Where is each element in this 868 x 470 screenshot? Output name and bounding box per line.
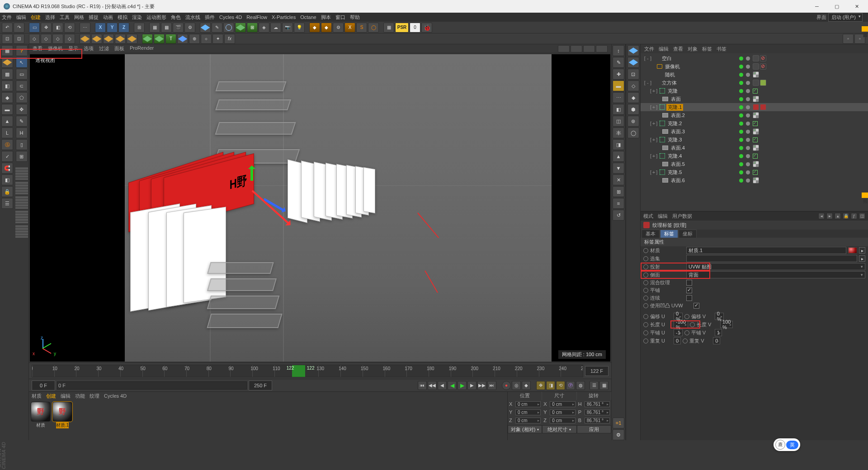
attrbar-模式[interactable]: 模式	[643, 213, 653, 220]
lp-texture[interactable]: ▩	[1, 69, 13, 80]
scale-tool[interactable]: ◧	[52, 23, 63, 33]
side-tab-a[interactable]: 内容浏览器	[862, 26, 868, 32]
material-ball-1[interactable]: 野	[31, 402, 51, 422]
psr-button[interactable]: PSR	[395, 23, 409, 33]
ad-tv[interactable]	[684, 330, 689, 335]
menu-RealFlow[interactable]: RealFlow	[246, 14, 267, 20]
vp-tab-ProRender[interactable]: ProRender	[130, 45, 154, 52]
av-lv[interactable]: 100 %	[720, 321, 733, 328]
deformer[interactable]: ◈	[259, 23, 269, 33]
goto-end[interactable]: ⏭	[487, 381, 496, 390]
attr-dot-cont[interactable]	[643, 296, 648, 301]
octane-s[interactable]: S	[356, 23, 367, 33]
sel-filter-1[interactable]: ⊡	[2, 34, 13, 44]
prim-3[interactable]	[103, 34, 114, 44]
rot-H[interactable]: 86.761 °	[585, 401, 610, 407]
attr-tab-basic[interactable]: 基本	[642, 230, 660, 238]
material-label-2[interactable]: 材质.1	[56, 422, 69, 428]
av-tu[interactable]: -1	[674, 329, 683, 336]
attr-dot-side[interactable]	[643, 273, 648, 277]
rp-a14[interactable]: ≡	[613, 198, 624, 209]
attr-dot-tile[interactable]	[643, 288, 648, 293]
menu-选择[interactable]: 选择	[45, 14, 55, 21]
sel-poly[interactable]: ⬠	[16, 92, 28, 103]
mattab-纹理[interactable]: 纹理	[90, 393, 99, 400]
objtab-查看[interactable]: 查看	[673, 46, 683, 52]
obj-克隆.1[interactable]: [+]克隆.1	[641, 103, 868, 111]
attr-chk-cont[interactable]	[686, 295, 692, 301]
gen-5[interactable]: ⊕	[189, 34, 200, 44]
attr-chk-uvw[interactable]	[693, 303, 699, 309]
goto-nextkey[interactable]: ▶▶	[477, 381, 486, 390]
move-tool[interactable]: ✥	[41, 23, 52, 33]
grid-pad-1[interactable]	[15, 167, 28, 180]
rp-a7[interactable]: ◫	[613, 116, 624, 127]
attr-tab-tag[interactable]: 标签	[660, 230, 678, 238]
right-mini-1[interactable]: ▫	[843, 34, 854, 44]
rp-a3[interactable]: ✚	[613, 69, 624, 80]
obj-克隆[interactable]: [+]克隆	[641, 87, 868, 95]
attr-v-side[interactable]: 背面	[686, 271, 865, 278]
menu-帮助[interactable]: 帮助	[350, 14, 360, 21]
menu-渲染[interactable]: 渲染	[132, 14, 142, 21]
record-key[interactable]: ●	[502, 381, 511, 390]
gen-1[interactable]	[142, 34, 153, 44]
obj-克隆.5[interactable]: [+]克隆.5	[641, 168, 868, 176]
gen-3[interactable]: T	[165, 34, 176, 44]
menu-Cycles 4D[interactable]: Cycles 4D	[219, 14, 242, 20]
spline-circle[interactable]	[223, 23, 234, 33]
lp-snap[interactable]: 🧲	[1, 163, 13, 174]
play-forward[interactable]: ▶	[458, 381, 467, 390]
grid-pad-3[interactable]	[15, 196, 28, 209]
attr-chk-mix[interactable]	[686, 280, 692, 286]
sel-live[interactable]: ↖	[16, 57, 28, 68]
play-backward[interactable]: ◀	[448, 381, 457, 390]
attr-mat-thumb[interactable]	[848, 247, 857, 254]
pos-Z[interactable]: 0 cm	[515, 418, 541, 423]
layout-dropdown[interactable]: 启动 (用户)	[828, 13, 863, 22]
attr-lock[interactable]: 🔒	[843, 213, 849, 219]
ad-lu[interactable]	[643, 322, 648, 327]
generator-array[interactable]: ⊞	[247, 23, 258, 33]
menu-创建[interactable]: 创建	[31, 14, 41, 21]
av-rv[interactable]: 0	[713, 337, 720, 344]
minimize-button[interactable]: ─	[809, 2, 825, 11]
ad-lv[interactable]	[690, 322, 695, 327]
attr-mat-pick[interactable]: ▸	[859, 247, 865, 254]
rp-b1[interactable]	[627, 45, 639, 56]
size-Y[interactable]: 0 cm	[550, 409, 575, 415]
move-ico[interactable]: ✥	[16, 104, 28, 115]
menu-模拟[interactable]: 模拟	[118, 14, 127, 21]
lp-makeeditable[interactable]: ▦	[1, 45, 13, 56]
menu-运动图形[interactable]: 运动图形	[146, 14, 166, 21]
x-lock[interactable]: X	[95, 23, 106, 33]
prim-2[interactable]	[91, 34, 102, 44]
menu-窗口[interactable]: 窗口	[335, 14, 345, 21]
render-region[interactable]: ▦	[161, 23, 172, 33]
obj-表面.4[interactable]: 表面.4	[641, 144, 868, 152]
lp-edge[interactable]: ▬	[1, 104, 13, 115]
y-lock[interactable]: Y	[107, 23, 118, 33]
mattab-功能[interactable]: 功能	[75, 393, 85, 400]
bug-report[interactable]: 🐞	[421, 23, 432, 33]
range-slider[interactable]: 0 F	[57, 381, 247, 390]
vp-nav-1[interactable]	[558, 45, 570, 52]
kf-pla[interactable]: ◍	[576, 381, 585, 390]
vp-tab-选项[interactable]: 选项	[84, 45, 94, 52]
content-browser[interactable]: ▦	[383, 23, 394, 33]
rp-a8[interactable]: 丰	[613, 127, 624, 138]
gen-6[interactable]: ⟐	[201, 34, 212, 44]
vp-tab-显示[interactable]: 显示	[68, 45, 78, 52]
rp-a15[interactable]: ↺	[613, 210, 624, 221]
rp-a4[interactable]: ▬	[613, 80, 624, 91]
menu-角色[interactable]: 角色	[171, 14, 181, 21]
obj-克隆.3[interactable]: [+]克隆.3	[641, 136, 868, 144]
prim-5[interactable]	[127, 34, 137, 44]
coord-mode-obj[interactable]: 对象 (相对)	[508, 425, 542, 433]
viewport-3d[interactable]: 透视视图 H野	[30, 54, 610, 362]
ad-ru[interactable]	[643, 338, 648, 343]
range-end[interactable]: 250 F	[249, 381, 272, 390]
objtab-书签[interactable]: 书签	[717, 46, 726, 52]
lp-layers[interactable]: ☰	[1, 198, 13, 209]
gen-4[interactable]	[177, 34, 188, 44]
